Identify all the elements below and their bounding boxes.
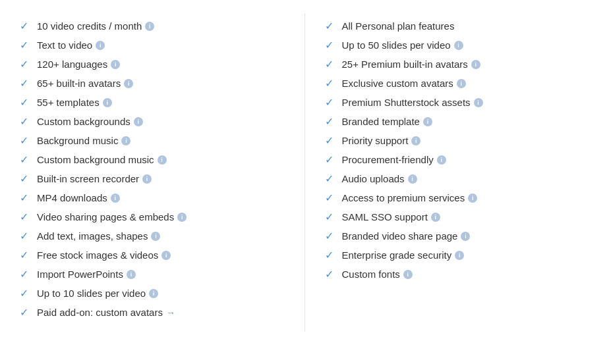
check-icon: ✓ [325,96,335,109]
check-icon: ✓ [20,20,30,32]
check-icon: ✓ [20,77,30,90]
list-item: ✓All Personal plan features [325,20,590,32]
info-icon[interactable]: i [457,79,466,88]
info-icon[interactable]: i [471,60,480,69]
feature-label: 10 video credits / monthi [37,20,154,32]
list-item: ✓Enterprise grade securityi [325,249,590,261]
list-item: ✓Branded templatei [325,115,590,128]
check-icon: ✓ [20,153,30,166]
feature-label: Video sharing pages & embedsi [37,211,187,222]
list-item: ✓Text to videoi [20,39,285,51]
list-item: ✓120+ languagesi [20,58,285,70]
feature-label: SAML SSO supporti [342,211,440,222]
feature-label: Exclusive custom avatarsi [342,78,466,89]
feature-label: Branded video share pagei [342,230,471,242]
check-icon: ✓ [20,134,30,147]
info-icon[interactable]: i [474,98,483,107]
check-icon: ✓ [20,192,30,204]
info-icon[interactable]: i [96,41,105,50]
info-icon[interactable]: i [121,136,130,145]
info-icon[interactable]: i [454,41,463,50]
feature-label: Up to 50 slides per videoi [342,39,463,51]
feature-label: Background musici [37,135,130,146]
check-icon: ✓ [325,134,335,147]
arrow-link[interactable]: → [166,307,175,318]
check-icon: ✓ [325,172,335,185]
check-icon: ✓ [20,287,30,299]
info-icon[interactable]: i [158,155,167,165]
check-icon: ✓ [325,211,335,223]
feature-label: Custom background musici [37,154,167,165]
info-icon[interactable]: i [111,194,120,203]
check-icon: ✓ [20,211,30,223]
feature-label: Import PowerPointsi [37,269,136,280]
feature-label: Built-in screen recorderi [37,173,152,184]
check-icon: ✓ [20,96,30,109]
list-item: ✓Video sharing pages & embedsi [20,211,285,223]
feature-label: Free stock images & videosi [37,249,171,261]
list-item: ✓Premium Shutterstock assetsi [325,96,590,109]
check-icon: ✓ [325,20,335,32]
list-item: ✓Import PowerPointsi [20,268,285,280]
info-icon[interactable]: i [134,117,143,126]
feature-label: Text to videoi [37,39,105,51]
feature-label: Branded templatei [342,116,432,127]
list-item: ✓65+ built-in avatarsi [20,77,285,90]
check-icon: ✓ [20,306,30,319]
check-icon: ✓ [20,58,30,70]
info-icon[interactable]: i [423,117,432,126]
feature-label: 25+ Premium built-in avatarsi [342,59,480,70]
info-icon[interactable]: i [103,98,112,107]
info-icon[interactable]: i [411,136,420,145]
feature-label: Procurement-friendlyi [342,154,446,165]
info-icon[interactable]: i [468,194,477,203]
info-icon[interactable]: i [142,174,152,184]
feature-label: Access to premium servicesi [342,192,478,203]
info-icon[interactable]: i [124,79,133,88]
list-item: ✓Custom backgroundsi [20,115,285,128]
info-icon[interactable]: i [431,213,440,222]
info-icon[interactable]: i [111,60,120,69]
info-icon[interactable]: i [403,270,413,279]
list-item: ✓Free stock images & videosi [20,249,285,261]
list-item: ✓10 video credits / monthi [20,20,285,32]
list-item: ✓Up to 10 slides per videoi [20,287,285,299]
list-item: ✓Priority supporti [325,134,590,147]
list-item: ✓Built-in screen recorderi [20,172,285,185]
info-icon[interactable]: i [461,232,470,241]
feature-label: Paid add-on: custom avatars → [37,307,175,318]
feature-label: Add text, images, shapesi [37,230,160,242]
check-icon: ✓ [325,58,335,70]
feature-label: All Personal plan features [342,20,455,32]
info-icon[interactable]: i [455,251,464,260]
feature-label: Custom fontsi [342,269,413,280]
feature-label: Priority supporti [342,135,421,146]
check-icon: ✓ [20,249,30,261]
check-icon: ✓ [20,115,30,128]
check-icon: ✓ [325,192,335,204]
check-icon: ✓ [20,172,30,185]
list-item: ✓Branded video share pagei [325,230,590,242]
list-item: ✓Add text, images, shapesi [20,230,285,242]
check-icon: ✓ [325,115,335,128]
info-icon[interactable]: i [437,155,446,165]
info-icon[interactable]: i [145,22,154,31]
list-item: ✓Up to 50 slides per videoi [325,39,590,51]
check-icon: ✓ [325,268,335,280]
info-icon[interactable]: i [127,270,136,279]
info-icon[interactable]: i [177,213,187,222]
list-item: ✓SAML SSO supporti [325,211,590,223]
list-item: ✓55+ templatesi [20,96,285,109]
check-icon: ✓ [325,39,335,51]
list-item: ✓Custom fontsi [325,268,590,280]
feature-label: Enterprise grade securityi [342,249,465,261]
list-item: ✓Paid add-on: custom avatars → [20,306,285,319]
list-item: ✓MP4 downloadsi [20,192,285,204]
info-icon[interactable]: i [161,251,171,260]
info-icon[interactable]: i [149,289,158,298]
check-icon: ✓ [20,268,30,280]
list-item: ✓Access to premium servicesi [325,192,590,204]
info-icon[interactable]: i [408,174,417,184]
features-container: ✓10 video credits / monthi✓Text to video… [0,0,609,345]
info-icon[interactable]: i [151,232,160,241]
